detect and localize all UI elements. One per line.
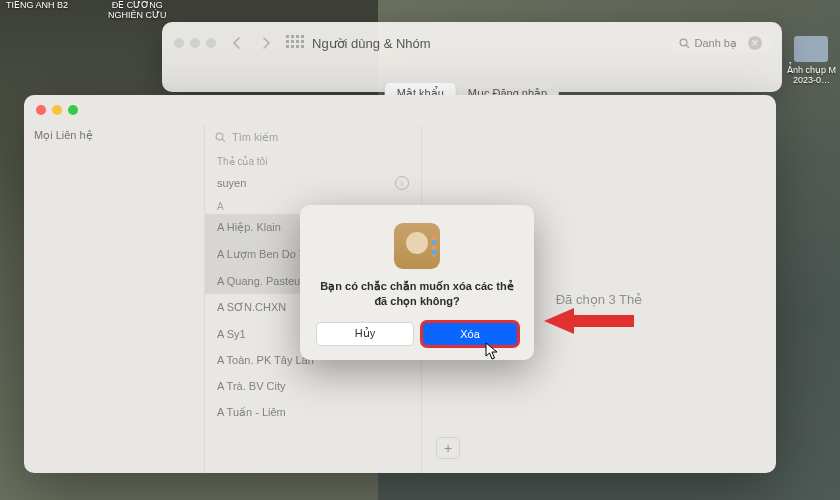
plus-icon: +	[444, 440, 452, 456]
window-controls[interactable]	[174, 38, 216, 48]
search-field[interactable]: Danh bạ ✕	[671, 33, 770, 53]
sidebar-item-all[interactable]: Mọi Liên hệ	[34, 129, 194, 142]
forward-button[interactable]	[256, 33, 276, 53]
annotation-arrow	[544, 308, 634, 338]
delete-button[interactable]: Xóa	[422, 322, 518, 346]
search-value: Danh bạ	[695, 37, 737, 50]
search-icon	[679, 38, 690, 49]
clear-search-icon[interactable]: ✕	[748, 36, 762, 50]
add-contact-button[interactable]: +	[436, 437, 460, 459]
list-item[interactable]: A Tuấn - Liêm	[205, 399, 421, 426]
list-item[interactable]: A Trà. BV City	[205, 373, 421, 399]
info-icon: i	[395, 176, 409, 190]
contacts-app-icon	[394, 223, 440, 269]
selection-status: Đã chọn 3 Thẻ	[556, 292, 643, 307]
list-item-mycard[interactable]: suyeni	[205, 169, 421, 197]
cancel-button[interactable]: Hủy	[316, 322, 414, 346]
confirm-delete-dialog: Bạn có chắc chắn muốn xóa các thẻ đã chọ…	[300, 205, 534, 360]
desktop-folder[interactable]: ĐỀ CƯƠNG NGHIÊN CỨU	[108, 0, 167, 20]
file-thumb-icon	[794, 36, 828, 62]
desktop-screenshot[interactable]: Ảnh chụp M 2023-0…	[787, 36, 836, 85]
search-icon	[215, 132, 226, 143]
contacts-search[interactable]: Tìm kiếm	[205, 125, 421, 150]
cursor-icon	[485, 342, 499, 364]
show-all-icon[interactable]	[286, 35, 302, 51]
desktop-folder[interactable]: TIẾNG ANH B2	[6, 0, 68, 10]
dialog-message: Bạn có chắc chắn muốn xóa các thẻ đã chọ…	[316, 279, 518, 310]
contacts-sidebar: Mọi Liên hệ	[24, 125, 204, 473]
window-controls[interactable]	[36, 105, 78, 115]
section-label: Thẻ của tôi	[205, 150, 421, 169]
system-preferences-window: Người dùng & Nhóm Danh bạ ✕ Mật khẩu Mục…	[162, 22, 782, 92]
back-button[interactable]	[226, 33, 246, 53]
window-title: Người dùng & Nhóm	[312, 36, 431, 51]
